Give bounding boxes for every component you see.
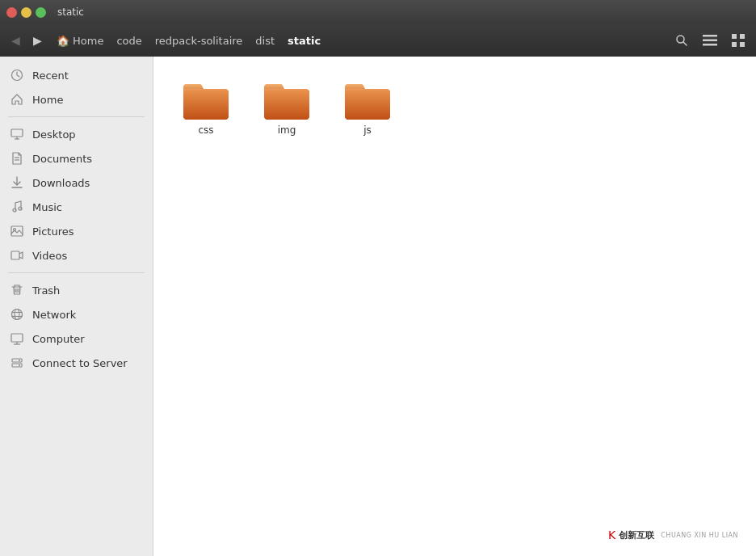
network-icon [10,307,24,322]
window-controls [6,7,46,18]
breadcrumb-bar: 🏠 Home code redpack-solitaire dist stati… [50,32,667,50]
svg-rect-21 [11,251,19,259]
sidebar-separator-1 [8,116,145,117]
svg-rect-4 [703,44,717,46]
sidebar: Recent Home Des [0,57,153,556]
folder-img-icon [262,79,311,121]
list-view-button[interactable] [698,32,722,49]
svg-rect-33 [12,359,22,362]
svg-rect-7 [732,42,737,47]
sidebar-item-connect-to-server[interactable]: Connect to Server [0,351,153,375]
folder-img-label: img [278,124,296,136]
folder-img[interactable]: img [250,73,323,142]
sidebar-separator-2 [8,272,145,273]
grid-view-button[interactable] [727,31,750,50]
watermark-text: 创新互联 [619,529,654,541]
svg-point-35 [19,360,20,361]
breadcrumb-home[interactable]: 🏠 Home [50,32,110,50]
titlebar: static [0,0,756,24]
sidebar-section-places: Recent Home Des [0,63,153,375]
grid-view-icon [732,34,745,47]
sidebar-item-network[interactable]: Network [0,302,153,326]
toolbar-actions [670,31,750,50]
sidebar-item-pictures[interactable]: Pictures [0,219,153,243]
minimize-button[interactable] [21,7,32,18]
watermark-subtext: CHUANG XIN HU LIAN [661,532,738,539]
svg-rect-2 [703,35,717,37]
close-button[interactable] [6,7,17,18]
computer-icon [10,331,24,346]
svg-rect-34 [12,364,22,367]
svg-rect-6 [740,34,745,39]
svg-rect-5 [732,34,737,39]
breadcrumb-static[interactable]: static [281,32,327,50]
sidebar-item-documents[interactable]: Documents [0,146,153,171]
watermark-icon: K [608,529,615,541]
svg-rect-19 [11,226,23,236]
folder-js[interactable]: js [331,73,404,142]
home-icon: 🏠 [57,35,69,47]
list-view-icon [703,35,717,46]
downloads-icon [10,175,24,190]
sidebar-item-home[interactable]: Home [0,87,153,112]
desktop-icon [10,127,24,141]
forward-button[interactable]: ▶ [28,31,47,50]
folder-js-label: js [363,124,372,136]
watermark: K 创新互联 CHUANG XIN HU LIAN [602,525,745,545]
sidebar-item-music[interactable]: Music [0,195,153,219]
folder-js-icon [343,79,392,121]
videos-icon [10,248,24,263]
svg-point-27 [15,310,19,320]
search-button[interactable] [670,31,693,50]
svg-rect-10 [11,129,23,137]
documents-icon [10,151,24,166]
breadcrumb-dist[interactable]: dist [249,32,281,50]
music-icon [10,200,24,214]
svg-point-36 [19,364,20,366]
folder-css[interactable]: css [170,73,242,142]
home-icon [10,92,24,107]
file-area: css [153,57,756,556]
toolbar: ◀ ▶ 🏠 Home code redpack-solitaire dist s… [0,24,756,57]
sidebar-item-desktop[interactable]: Desktop [0,122,153,146]
breadcrumb-code[interactable]: code [110,32,148,50]
connect-server-icon [10,356,24,370]
main-content: Recent Home Des [0,57,756,556]
sidebar-item-computer[interactable]: Computer [0,326,153,351]
breadcrumb-redpack-solitaire[interactable]: redpack-solitaire [149,32,250,50]
pictures-icon [10,224,24,238]
svg-point-26 [12,310,23,320]
svg-line-1 [683,42,687,45]
folder-css-label: css [198,124,213,136]
sidebar-item-downloads[interactable]: Downloads [0,171,153,195]
sidebar-item-trash[interactable]: Trash [0,278,153,302]
sidebar-item-recent[interactable]: Recent [0,63,153,87]
recent-icon [10,68,24,82]
svg-rect-3 [703,40,717,42]
window-title: static [57,6,84,18]
search-icon [675,34,688,47]
trash-icon [10,283,24,297]
maximize-button[interactable] [36,7,46,18]
back-button[interactable]: ◀ [6,31,25,50]
folder-css-icon [182,79,230,121]
svg-rect-30 [11,334,23,342]
sidebar-item-videos[interactable]: Videos [0,243,153,267]
svg-rect-8 [740,42,745,47]
